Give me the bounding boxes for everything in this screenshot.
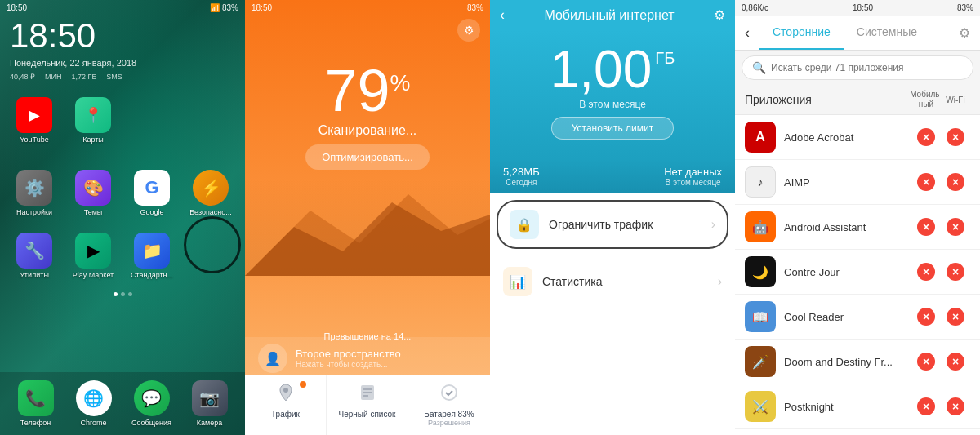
chrome-label: Chrome: [80, 419, 106, 427]
p2-battery-label: Батарея 83%: [424, 410, 474, 419]
list-item[interactable]: A Adobe Acrobat × ×: [735, 115, 980, 160]
dot-2: [121, 292, 125, 296]
p3-back-button[interactable]: ‹: [500, 7, 505, 24]
remove-btn-2b[interactable]: ×: [947, 173, 964, 191]
month-stat: Нет данных В этом месяце: [664, 166, 722, 187]
search-input[interactable]: [771, 62, 963, 73]
remove-btn-3[interactable]: ×: [917, 218, 935, 236]
battery-1: 83%: [222, 3, 238, 12]
remove-btn-6b[interactable]: ×: [947, 353, 964, 371]
security-label: Безопасно...: [189, 208, 232, 216]
scan-percentage: 79%: [245, 45, 490, 120]
data-stats: 5,28МБ Сегодня Нет данных В этом месяце: [490, 159, 735, 193]
p4-data: 0,86К/с: [742, 3, 768, 12]
p4-tabs: ‹ Сторонние Системные ⚙: [735, 16, 980, 51]
p2-gear-button[interactable]: ⚙: [457, 19, 480, 42]
remove-btn-4[interactable]: ×: [917, 263, 935, 281]
app-security[interactable]: ⚡ Безопасно...: [183, 166, 238, 220]
p4-back-button[interactable]: ‹: [735, 16, 760, 50]
today-label: Сегодня: [503, 178, 540, 187]
set-limit-button[interactable]: Установить лимит: [551, 117, 674, 140]
p4-time: 18:50: [853, 3, 873, 12]
percent-sign: %: [390, 70, 411, 95]
app-settings[interactable]: ⚙️ Настройки: [7, 166, 62, 220]
traffic-icon: [276, 383, 296, 407]
p4-gear-button[interactable]: ⚙: [949, 17, 980, 49]
svg-point-7: [442, 385, 457, 400]
postknight-icon: ⚔️: [745, 391, 776, 422]
list-item[interactable]: 🌙 Contre Jour × ×: [735, 250, 980, 295]
app-maps[interactable]: 📍 Карты: [65, 94, 121, 147]
doom-name: Doom and Destiny Fr...: [784, 356, 911, 368]
limit-traffic-arrow: ›: [711, 217, 715, 232]
gb-info: 1,72 ГБ: [72, 73, 97, 81]
p2-permissions-item[interactable]: Батарея 83% Разрешения: [408, 375, 490, 435]
status-time-1: 18:50: [7, 3, 27, 12]
mobile-internet-panel: ‹ Мобильный интернет ⚙ 1,00 ГБ В этом ме…: [490, 0, 735, 435]
tab-system[interactable]: Системные: [844, 16, 930, 50]
remove-btn-4b[interactable]: ×: [947, 263, 964, 281]
list-item[interactable]: 🗡️ Doom and Destiny Fr... × ×: [735, 340, 980, 384]
dock-chrome[interactable]: 🌐 Chrome: [65, 377, 122, 430]
tab-third-party[interactable]: Сторонние: [760, 16, 844, 50]
top-apps-row: ▶ YouTube 📍 Карты: [0, 91, 245, 153]
today-stat: 5,28МБ Сегодня: [503, 166, 540, 187]
app-standard[interactable]: 📁 Стандартн...: [124, 229, 180, 282]
svg-marker-1: [245, 202, 490, 276]
p4-battery: 83%: [957, 3, 973, 12]
p2-traffic-item[interactable]: Трафик: [245, 375, 327, 435]
limit-traffic-icon: 🔒: [510, 210, 539, 239]
today-value: 5,28МБ: [503, 166, 540, 178]
remove-btn-6[interactable]: ×: [917, 353, 935, 371]
messages-label: Сообщения: [131, 419, 172, 427]
limit-traffic-item[interactable]: 🔒 Ограничить трафик ›: [497, 200, 728, 249]
apps-row1: ⚙️ Настройки 🎨 Темы G Google ⚡ Безопасно…: [0, 160, 245, 226]
assistant-name: Android Assistant: [784, 221, 911, 233]
phone-icon: 📞: [18, 380, 54, 416]
p2-blacklist-item[interactable]: Черный список: [327, 375, 408, 435]
optimizer-panel: 18:50 83% ⚙ 79% Сканирование... Оптимизи…: [245, 0, 490, 435]
remove-btn-1b[interactable]: ×: [947, 128, 964, 146]
remove-btn-2[interactable]: ×: [917, 173, 935, 191]
acrobat-icon: A: [745, 122, 776, 153]
month-value: Нет данных: [664, 166, 722, 178]
status-icons-1: 📶 83%: [210, 3, 238, 12]
remove-btn-5[interactable]: ×: [917, 308, 935, 326]
remove-btn-7b[interactable]: ×: [947, 397, 964, 415]
acrobat-name: Adobe Acrobat: [784, 131, 911, 144]
remove-btn-3b[interactable]: ×: [947, 218, 964, 236]
blacklist-icon: [358, 383, 377, 407]
remove-btn-7[interactable]: ×: [917, 397, 935, 415]
app-google[interactable]: G Google: [124, 166, 180, 220]
svg-point-2: [283, 388, 288, 393]
p3-gear-button[interactable]: ⚙: [714, 7, 725, 23]
remove-btn-1[interactable]: ×: [917, 128, 935, 146]
list-item[interactable]: 📖 Cool Reader × ×: [735, 295, 980, 340]
p2-bottom-menu: Трафик Черный список Батарея 83%: [245, 375, 490, 435]
scan-label: Сканирование...: [245, 123, 490, 138]
month-label: В этом месяце: [664, 178, 722, 187]
app-list-title: Приложения: [745, 93, 911, 106]
dock-phone[interactable]: 📞 Телефон: [7, 377, 65, 430]
list-item[interactable]: ⚔️ Postknight × ×: [735, 384, 980, 429]
dock-camera[interactable]: 📷 Камера: [180, 377, 238, 430]
dot-3: [128, 292, 132, 296]
list-item[interactable]: 🤖 Android Assistant × ×: [735, 205, 980, 250]
assistant-icon: 🤖: [745, 211, 776, 242]
list-item[interactable]: W WPS Office × ×: [735, 429, 980, 435]
second-space-item[interactable]: 👤 Второе пространство Нажать чтобы созда…: [245, 337, 490, 380]
camera-label: Камера: [197, 419, 222, 427]
remove-btn-5b[interactable]: ×: [947, 308, 964, 326]
data-amount-display: 1,00 ГБ: [503, 43, 722, 95]
app-market[interactable]: ▶ Play Маркет: [65, 229, 121, 282]
themes-label: Темы: [84, 208, 103, 216]
aimp-name: AIMP: [784, 176, 911, 189]
dock-messages[interactable]: 💬 Сообщения: [122, 377, 180, 430]
list-item[interactable]: ♪ AIMP × ×: [735, 160, 980, 205]
optimize-button[interactable]: Оптимизировать...: [305, 144, 430, 170]
statistics-item[interactable]: 📊 Статистика ›: [490, 255, 735, 308]
app-utils[interactable]: 🔧 Утилиты: [7, 229, 62, 282]
app-youtube[interactable]: ▶ YouTube: [7, 94, 62, 147]
app-themes[interactable]: 🎨 Темы: [65, 166, 121, 220]
p3-menu: 🔒 Ограничить трафик › 📊 Статистика ›: [490, 193, 735, 435]
